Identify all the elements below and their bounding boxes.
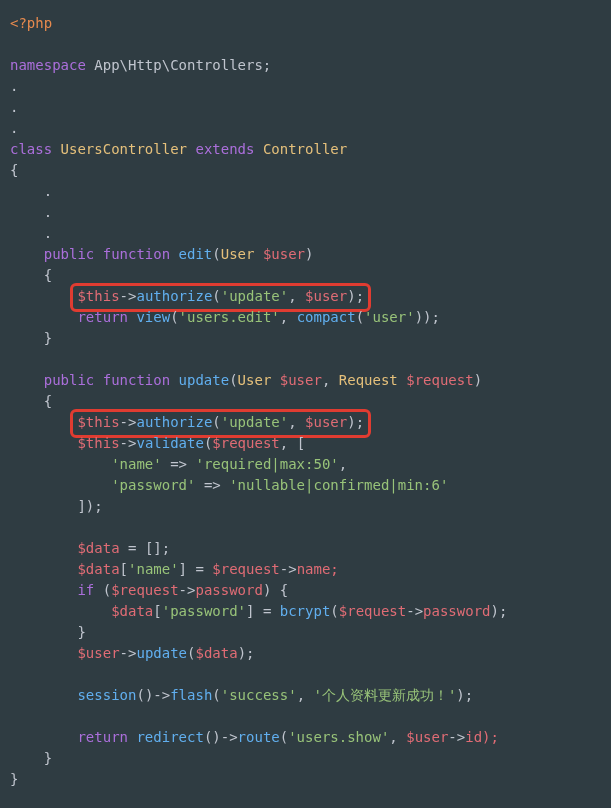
code-block: <?php namespace App\Http\Controllers; . …: [0, 0, 611, 803]
arrow-op: ->: [406, 603, 423, 619]
ellipsis-dot: .: [10, 120, 18, 136]
password-key: 'password': [162, 603, 246, 619]
empty-array: [];: [145, 540, 170, 556]
data-var: $data: [111, 603, 153, 619]
chain-call: ()->: [204, 729, 238, 745]
user-var: $user: [280, 372, 322, 388]
eq-op: =: [120, 540, 145, 556]
arrow-op: ->: [448, 729, 465, 745]
arrow-op: ->: [179, 582, 196, 598]
bracket-open: [: [120, 561, 128, 577]
bracket-open: [: [297, 435, 305, 451]
brace-close: }: [77, 624, 85, 640]
paren-close-brace: ) {: [263, 582, 288, 598]
arrow-op: ->: [120, 288, 137, 304]
success-string: 'success': [221, 687, 297, 703]
function-keyword: function: [94, 246, 170, 262]
user-var: $user: [77, 645, 119, 661]
update-function: update: [170, 372, 229, 388]
paren-open: (: [229, 372, 237, 388]
this-var: $this: [77, 288, 119, 304]
request-var: $request: [212, 561, 279, 577]
data-var: $data: [77, 540, 119, 556]
redirect-fn: redirect: [128, 729, 204, 745]
user-var: $user: [406, 729, 448, 745]
fat-arrow: =>: [162, 456, 196, 472]
this-var: $this: [77, 435, 119, 451]
name-key: 'name': [128, 561, 179, 577]
paren-open: (: [280, 729, 288, 745]
flash-fn: flash: [170, 687, 212, 703]
password-rule: 'nullable|confirmed|min:6': [229, 477, 448, 493]
ellipsis-dot: .: [44, 225, 52, 241]
base-class: Controller: [254, 141, 347, 157]
this-var: $this: [77, 414, 119, 430]
request-var: $request: [406, 372, 473, 388]
extends-keyword: extends: [195, 141, 254, 157]
paren-open: (: [94, 582, 111, 598]
user-var: $user: [305, 288, 347, 304]
user-var: $user: [305, 414, 347, 430]
chain-call: ()->: [136, 687, 170, 703]
brace-close: }: [44, 750, 52, 766]
paren-open: (: [170, 309, 178, 325]
paren-close: );: [491, 603, 508, 619]
arrow-op: ->: [120, 414, 137, 430]
request-type: Request: [339, 372, 406, 388]
fat-arrow: =>: [195, 477, 229, 493]
update-string: 'update': [221, 414, 288, 430]
id-prop: id);: [465, 729, 499, 745]
ellipsis-dot: .: [44, 183, 52, 199]
paren-close: ): [474, 372, 482, 388]
edit-function: edit: [170, 246, 212, 262]
user-var: $user: [263, 246, 305, 262]
users-edit-string: 'users.edit': [179, 309, 280, 325]
paren-close: ): [305, 246, 313, 262]
function-keyword: function: [94, 372, 170, 388]
name-prop: name;: [297, 561, 339, 577]
highlight-box-2: $this->authorize('update', $user);: [70, 409, 371, 438]
paren-open: (: [212, 246, 220, 262]
highlight-box-1: $this->authorize('update', $user);: [70, 283, 371, 312]
ellipsis-dot: .: [10, 78, 18, 94]
user-string: 'user': [364, 309, 415, 325]
update-method: update: [136, 645, 187, 661]
ellipsis-dot: .: [10, 99, 18, 115]
compact-fn: compact: [297, 309, 356, 325]
users-show-string: 'users.show': [288, 729, 389, 745]
php-open-tag: <?php: [10, 15, 52, 31]
class-name: UsersController: [52, 141, 195, 157]
route-fn: route: [238, 729, 280, 745]
bracket-close-eq: ] =: [246, 603, 280, 619]
password-key: 'password': [111, 477, 195, 493]
public-keyword: public: [44, 246, 95, 262]
comma: ,: [389, 729, 406, 745]
comma: ,: [280, 435, 297, 451]
paren-open: (: [330, 603, 338, 619]
name-rule: 'required|max:50': [195, 456, 338, 472]
password-prop: password: [423, 603, 490, 619]
data-var: $data: [77, 561, 119, 577]
update-string: 'update': [221, 288, 288, 304]
brace-open: {: [44, 267, 52, 283]
comma: ,: [288, 288, 305, 304]
paren-close: );: [347, 414, 364, 430]
authorize-fn: authorize: [136, 288, 212, 304]
bracket-close-eq: ] =: [179, 561, 213, 577]
paren-close: );: [238, 645, 255, 661]
if-keyword: if: [77, 582, 94, 598]
public-keyword: public: [44, 372, 95, 388]
bracket-open: [: [153, 603, 161, 619]
namespace-path: App\Http\Controllers;: [86, 57, 271, 73]
brace-close: }: [44, 330, 52, 346]
arrow-op: ->: [120, 645, 137, 661]
paren-close: );: [456, 687, 473, 703]
user-type: User: [221, 246, 263, 262]
brace-open: {: [10, 162, 18, 178]
paren-close: );: [347, 288, 364, 304]
request-var: $request: [111, 582, 178, 598]
paren-open: (: [212, 414, 220, 430]
validate-fn: validate: [136, 435, 203, 451]
name-key: 'name': [111, 456, 162, 472]
paren-open: (: [212, 687, 220, 703]
